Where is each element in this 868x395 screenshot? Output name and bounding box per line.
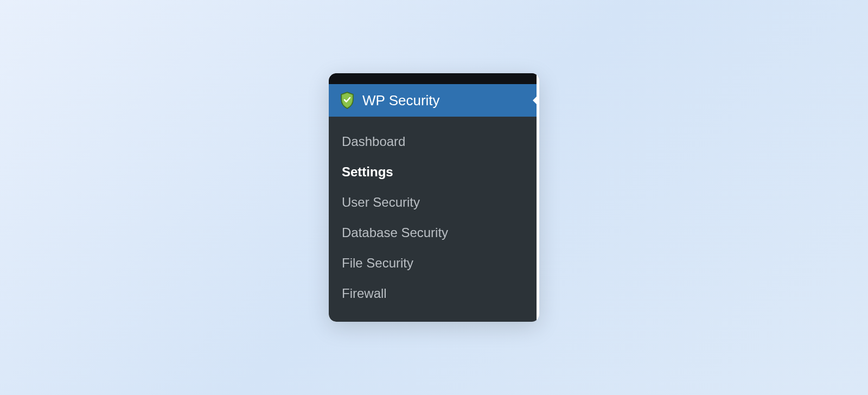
menu-item-file-security[interactable]: File Security bbox=[329, 248, 537, 278]
menu-top-bar bbox=[329, 73, 537, 84]
menu-list: Dashboard Settings User Security Databas… bbox=[329, 117, 537, 322]
shield-check-icon bbox=[340, 92, 355, 109]
wp-security-menu: WP Security Dashboard Settings User Secu… bbox=[329, 73, 539, 322]
menu-item-firewall[interactable]: Firewall bbox=[329, 278, 537, 309]
menu-item-dashboard[interactable]: Dashboard bbox=[329, 126, 537, 157]
menu-item-database-security[interactable]: Database Security bbox=[329, 218, 537, 248]
menu-header-title: WP Security bbox=[362, 92, 440, 109]
menu-item-user-security[interactable]: User Security bbox=[329, 187, 537, 218]
menu-inner: WP Security Dashboard Settings User Secu… bbox=[329, 73, 537, 322]
menu-header[interactable]: WP Security bbox=[329, 84, 537, 117]
menu-item-settings[interactable]: Settings bbox=[329, 157, 537, 187]
